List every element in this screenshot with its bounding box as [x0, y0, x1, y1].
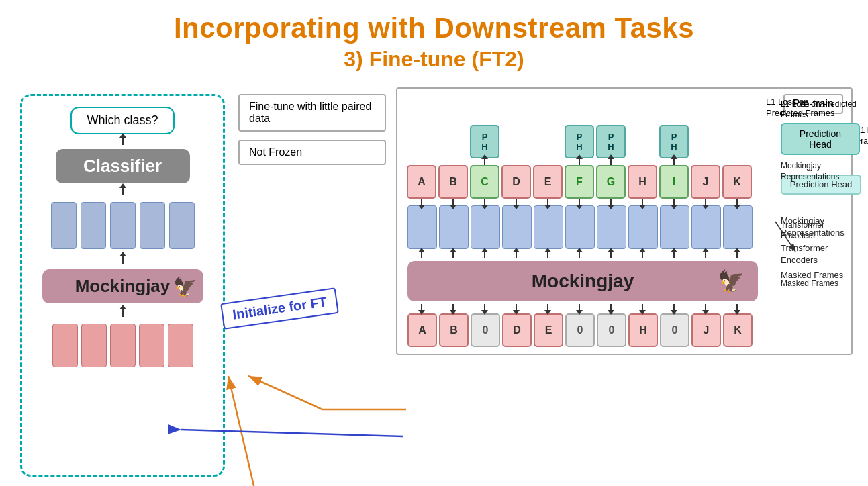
repr-bar-8	[628, 205, 658, 249]
mockingjay-big-box: Mockingjay 🦅	[407, 261, 758, 301]
blue-bar-4	[140, 202, 165, 249]
pink-bar-1	[52, 324, 78, 367]
ph-C: PH	[470, 125, 499, 158]
classifier-box: Classifier	[56, 149, 190, 183]
masked-H: H	[628, 313, 658, 347]
l1-loss-text: L1 Loss on Predicted Frames	[781, 99, 860, 120]
frame-G-top: G	[596, 165, 626, 199]
repr-bar-1	[407, 205, 437, 249]
masked-row: A B 0 D E 0 0 H 0 J K	[404, 313, 753, 347]
blue-bar-1	[51, 202, 77, 249]
frame-A-top: A	[407, 165, 436, 199]
frame-E-top: E	[533, 165, 563, 199]
frame-D-top: D	[501, 165, 531, 199]
pink-bar-2	[81, 324, 107, 367]
init-label: Initialize for FT	[220, 287, 339, 330]
arrow-mockingjay-up	[122, 309, 124, 317]
pink-bar-3	[110, 324, 136, 367]
col-D-top: D	[501, 124, 531, 199]
col-H-top: H	[628, 124, 657, 199]
ph-G: PH	[596, 125, 626, 158]
masked-A: A	[407, 313, 437, 347]
right-side-labels: L1 Loss on Predicted Frames Prediction H…	[781, 99, 860, 326]
pink-bar-5	[168, 324, 193, 367]
masked-0-3: 0	[597, 313, 626, 347]
frame-C-top: C	[470, 165, 499, 199]
masked-J: J	[691, 313, 721, 347]
col-I-top: PH I	[659, 125, 689, 199]
col-G-top: PH G	[596, 125, 626, 199]
masked-frames-text: Masked Frames	[781, 278, 860, 289]
frame-K-top: K	[722, 165, 752, 199]
frame-H-top: H	[628, 165, 657, 199]
col-E-top: E	[533, 124, 563, 199]
col-K-top: K	[722, 124, 752, 199]
which-class-box: Which class?	[70, 107, 174, 134]
repr-bar-2	[439, 205, 469, 249]
col-J-top: J	[691, 124, 720, 199]
repr-bar-3	[471, 205, 500, 249]
repr-bars-row	[404, 205, 753, 249]
col-C-top: PH C	[470, 125, 499, 199]
arrow-classifier-up	[122, 187, 124, 195]
masked-K: K	[723, 313, 753, 347]
col-A-top: A	[407, 124, 436, 199]
masked-0-4: 0	[660, 313, 689, 347]
ph-F: PH	[565, 125, 594, 158]
frame-F-top: F	[565, 165, 594, 199]
info-box-frozen: Not Frozen	[238, 140, 386, 165]
repr-bar-7	[597, 205, 626, 249]
col-F-top: PH F	[565, 125, 594, 199]
repr-bar-10	[691, 205, 721, 249]
arrow-which-class-up	[122, 137, 124, 145]
masked-B: B	[439, 313, 469, 347]
frame-I-top: I	[659, 165, 689, 199]
pink-bar-4	[139, 324, 164, 367]
blue-bar-5	[169, 202, 195, 249]
frame-B-top: B	[438, 165, 468, 199]
mockingjay-box-left: Mockingjay 🦅	[42, 269, 203, 303]
sub-title: 3) Fine-tune (FT2)	[0, 47, 868, 72]
main-title: Incorporating with Downstream Tasks	[0, 0, 868, 44]
content-area: Which class? Classifier Mockingjay 🦅	[0, 81, 868, 486]
blue-bar-2	[81, 202, 106, 249]
blue-bar-3	[110, 202, 136, 249]
masked-0-1: 0	[471, 313, 500, 347]
col-B-top: B	[438, 124, 468, 199]
masked-0-2: 0	[565, 313, 595, 347]
left-panel: Which class? Classifier Mockingjay 🦅	[20, 94, 225, 477]
mockingjay-repr-text: Mockingjay Representations	[781, 160, 860, 182]
repr-bar-6	[565, 205, 595, 249]
arrow-blue-bars-up	[122, 256, 124, 264]
masked-E: E	[534, 313, 563, 347]
repr-bar-9	[660, 205, 689, 249]
repr-bar-5	[534, 205, 563, 249]
bird-icon-left: 🦅	[173, 275, 197, 297]
blue-bars-row	[51, 202, 195, 249]
bird-icon-right: 🦅	[718, 269, 744, 294]
repr-bar-4	[502, 205, 532, 249]
ph-I: PH	[659, 125, 689, 158]
pink-bars-row	[52, 324, 193, 367]
frame-J-top: J	[691, 165, 720, 199]
prediction-head-box: Prediction Head	[781, 123, 860, 155]
info-box-finetune: Fine-tune with little paired data	[238, 94, 386, 132]
repr-bar-11	[723, 205, 753, 249]
masked-D: D	[502, 313, 532, 347]
middle-info: Fine-tune with little paired data Not Fr…	[238, 94, 386, 173]
transformer-enc-text: Transformer Encoders	[781, 220, 860, 241]
